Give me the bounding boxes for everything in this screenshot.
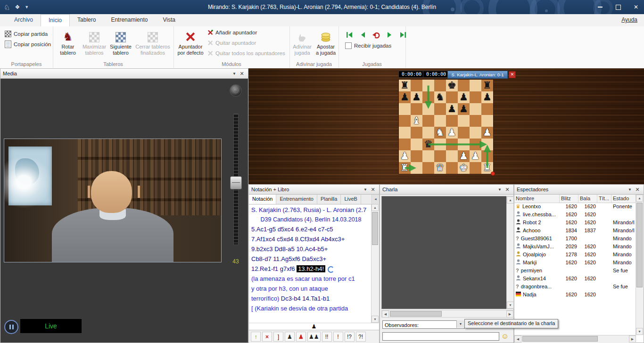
white-pawn-e4[interactable]: ♟ <box>446 127 458 139</box>
chat-input[interactable] <box>382 332 499 341</box>
notation-text[interactable]: 12.Re1-f1 g7xf6 <box>251 265 297 272</box>
notation-text[interactable]: Dc3-b4 14.Ta1-b1 <box>279 295 330 302</box>
annotation-button[interactable]: ] <box>273 332 283 342</box>
spectator-row[interactable]: Robot 216201620Mirando/I <box>514 219 636 227</box>
annotation-button[interactable]: ↑ <box>251 332 261 342</box>
notation-tab-notación[interactable]: Notación <box>249 195 276 204</box>
receive-moves-checkbox[interactable]: Recibir jugadas <box>345 42 391 49</box>
dropdown-arrow-icon[interactable]: ▼ <box>456 320 464 328</box>
white-rook-a1[interactable]: ♜ <box>399 162 411 174</box>
column-header-blitz[interactable]: Blitz <box>560 195 578 203</box>
black-pawn-b7[interactable]: ♟ <box>411 91 422 103</box>
volume-slider-thumb[interactable] <box>230 176 242 189</box>
emoticon-icon[interactable]: ☺ <box>501 332 509 341</box>
volume-knob-icon[interactable] <box>230 84 242 97</box>
next-board-button[interactable]: Siguientetablero <box>108 28 133 56</box>
scroll-up-icon[interactable]: ▲ <box>507 196 514 204</box>
black-pawn-f6[interactable]: ♟ <box>458 103 470 115</box>
rotate-board-button[interactable]: ♞ Rotartablero <box>56 28 80 56</box>
black-rook-a8[interactable]: ♜ <box>399 80 411 91</box>
white-knight-d4[interactable]: ♞ <box>434 127 446 139</box>
spectator-row[interactable]: MajkuVamJ...20291620Mirando <box>514 243 636 251</box>
menu-tab-archivo[interactable]: Archivo <box>7 14 41 26</box>
maximize-button[interactable] <box>613 3 623 11</box>
spectators-horizontal-scrollbar[interactable]: ◀ ▶ <box>514 335 636 343</box>
menu-tab-inicio[interactable]: Inicio <box>41 14 70 26</box>
last-move-button[interactable] <box>398 31 407 39</box>
annotation-button[interactable]: !? <box>345 332 355 342</box>
spectator-row[interactable]: Markji16201620Mirando <box>514 259 636 267</box>
bet-on-move-button[interactable]: Apostara jugada <box>315 28 337 56</box>
board-resize-handle[interactable] <box>491 172 495 176</box>
notation-tab-planilla[interactable]: Planilla <box>317 195 341 204</box>
chat-panel-menu-icon[interactable]: ▼ <box>496 186 504 193</box>
white-pawn-h4[interactable]: ♟ <box>481 127 493 139</box>
white-bishop-b5[interactable]: ♝ <box>411 115 422 127</box>
previous-move-button[interactable] <box>358 31 368 39</box>
chat-horizontal-scrollbar[interactable]: ◀ ▶ <box>381 310 514 318</box>
spectator-row[interactable]: ?Guest3890611700Mirando <box>514 235 636 243</box>
black-king-e8[interactable]: ♚ <box>446 80 458 91</box>
notation-text[interactable]: Cb8-d7 11.Ag5xf6 Da5xc3+ <box>251 255 326 262</box>
white-pawn-g2[interactable]: ♟ <box>470 150 481 162</box>
notation-text[interactable]: (la amenaza es sacar una torre por c1 <box>251 275 355 282</box>
scroll-thumb[interactable] <box>390 311 442 317</box>
spectators-column-header[interactable]: NombreBlitzBalaTít...Estado <box>514 195 636 203</box>
black-pawn-a7[interactable]: ♟ <box>399 91 411 103</box>
annotation-button[interactable]: ♟♟ <box>307 332 321 342</box>
spectators-panel-close-icon[interactable]: ✕ <box>634 186 641 193</box>
scroll-left-icon[interactable]: ◀ <box>514 335 521 343</box>
notation-panel-menu-icon[interactable]: ▼ <box>362 186 369 193</box>
current-move[interactable]: 13.h2-h4! <box>297 265 325 272</box>
notation-text[interactable]: 7.Af1xc4 c5xd4 8.Cf3xd4 Ab4xc3+ <box>251 236 345 243</box>
next-move-button[interactable] <box>385 31 394 39</box>
black-rook-h8[interactable]: ♜ <box>481 80 493 91</box>
black-pawn-h7[interactable]: ♟ <box>481 91 493 103</box>
scroll-up-icon[interactable]: ▲ <box>636 195 643 202</box>
spectator-row[interactable]: Nadja16201620 <box>514 291 636 299</box>
annotation-button[interactable]: ! <box>333 332 343 342</box>
spectator-row[interactable]: Sekanx1416201620 <box>514 275 636 283</box>
white-queen-d1[interactable]: ♛ <box>434 162 446 174</box>
close-button[interactable]: ✕ <box>631 3 641 11</box>
column-header-nombre[interactable]: Nombre <box>514 195 560 203</box>
annotation-button[interactable]: ♟ <box>285 332 295 342</box>
column-header-tt[interactable]: Tít... <box>597 195 611 203</box>
column-header-bala[interactable]: Bala <box>578 195 597 203</box>
white-king-f1[interactable]: ♚ <box>458 162 470 174</box>
spectator-row[interactable]: live.chessba...16201620 <box>514 211 636 219</box>
spectator-row[interactable]: ?dragonbrea...Se fue <box>514 283 636 291</box>
scroll-down-icon[interactable]: ▼ <box>507 302 514 309</box>
tab-scroll-button[interactable]: ◄ <box>372 195 379 204</box>
scroll-thumb[interactable] <box>372 212 378 245</box>
spectator-row[interactable]: Ojoalpiojo12781620Mirando <box>514 251 636 259</box>
black-knight-d7[interactable]: ♞ <box>434 91 446 103</box>
scroll-down-icon[interactable]: ▼ <box>372 316 379 323</box>
notation-text[interactable]: y otra por h3, con un ataque <box>251 285 328 292</box>
spectator-row[interactable]: Achooo18341837Mirando/I <box>514 227 636 235</box>
menu-tab-tablero[interactable]: Tablero <box>70 14 103 26</box>
notation-panel-close-icon[interactable]: ✕ <box>369 186 377 193</box>
scroll-thumb[interactable] <box>522 336 598 342</box>
chat-vertical-scrollbar[interactable]: ▲ ▼ <box>506 196 514 309</box>
game-tab[interactable]: S. Karjakin-L. Aronian: 0-1 <box>447 71 508 79</box>
copy-game-button[interactable]: Copiar partida <box>5 31 48 37</box>
annotation-button[interactable]: × <box>262 332 272 342</box>
spectator-row[interactable]: ♛Leontxo16201620Ponente <box>514 203 636 211</box>
column-header-estado[interactable]: Estado <box>611 195 636 203</box>
pause-button[interactable] <box>4 320 18 334</box>
scroll-down-icon[interactable]: ▼ <box>636 328 643 335</box>
scroll-thumb[interactable] <box>636 203 643 287</box>
scroll-up-icon[interactable]: ▲ <box>372 204 379 211</box>
black-pawn-e6[interactable]: ♟ <box>446 103 458 115</box>
recipient-dropdown[interactable]: Observadores: <box>382 320 464 329</box>
media-panel-menu-icon[interactable]: ▼ <box>231 70 238 77</box>
copy-position-button[interactable]: Copiar posición <box>5 41 51 48</box>
black-pawn-f7[interactable]: ♟ <box>458 91 470 103</box>
notation-tab-entrenamiento[interactable]: Entrenamiento <box>276 195 317 204</box>
default-kibitzer-button[interactable]: Apuntadorpor defecto <box>176 28 205 56</box>
white-pawn-a2[interactable]: ♟ <box>399 150 411 162</box>
first-move-button[interactable] <box>345 31 355 39</box>
menu-tab-vista[interactable]: Vista <box>155 14 182 26</box>
white-pawn-f2[interactable]: ♟ <box>458 150 470 162</box>
